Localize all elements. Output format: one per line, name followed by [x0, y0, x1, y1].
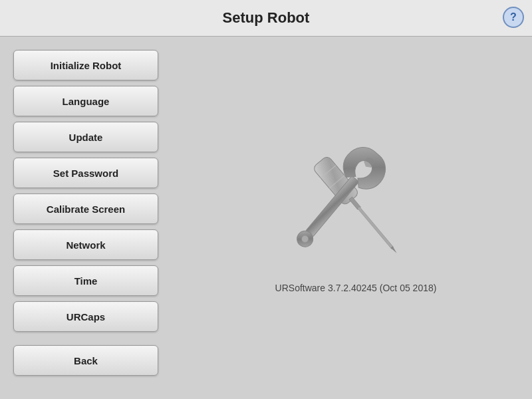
main-content: Initialize Robot Language Update Set Pas…: [0, 37, 532, 399]
tools-icon: [283, 143, 429, 276]
initialize-robot-button[interactable]: Initialize Robot: [13, 50, 158, 80]
language-button[interactable]: Language: [13, 86, 158, 116]
svg-marker-3: [390, 246, 398, 254]
calibrate-screen-button[interactable]: Calibrate Screen: [13, 194, 158, 224]
back-button[interactable]: Back: [13, 345, 158, 376]
urcaps-button[interactable]: URCaps: [13, 301, 158, 332]
time-button[interactable]: Time: [13, 265, 158, 296]
right-panel: URSoftware 3.7.2.40245 (Oct 05 2018): [180, 37, 532, 399]
network-button[interactable]: Network: [13, 229, 158, 260]
help-button[interactable]: ?: [503, 7, 524, 28]
update-button[interactable]: Update: [13, 122, 158, 152]
svg-rect-2: [357, 206, 393, 249]
version-text: URSoftware 3.7.2.40245 (Oct 05 2018): [275, 283, 437, 293]
left-panel: Initialize Robot Language Update Set Pas…: [0, 37, 180, 399]
page-title: Setup Robot: [223, 9, 310, 27]
header: Setup Robot ?: [0, 0, 532, 37]
set-password-button[interactable]: Set Password: [13, 158, 158, 188]
